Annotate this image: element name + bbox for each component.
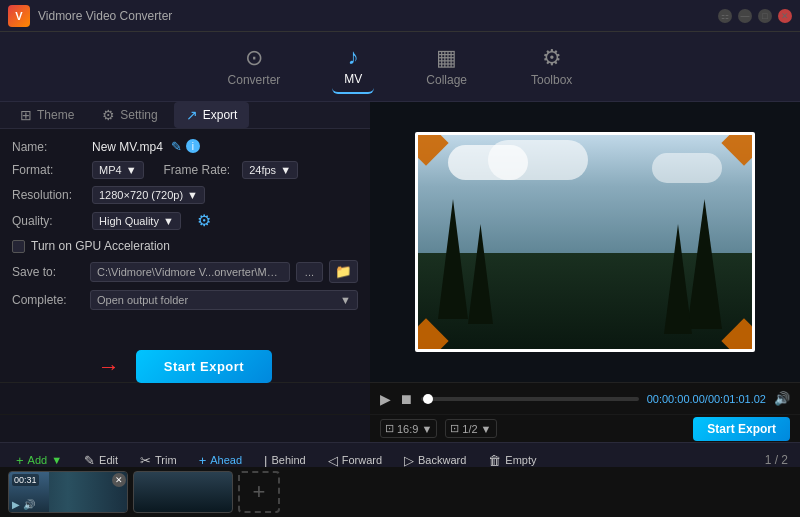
quality-row: Quality: High Quality ▼ ⚙ xyxy=(12,211,358,230)
aspect-select[interactable]: ⊡ 16:9 ▼ xyxy=(380,419,437,438)
progress-handle[interactable] xyxy=(423,394,433,404)
format-row: Format: MP4 ▼ Frame Rate: 24fps ▼ xyxy=(12,161,358,179)
quality-chevron: ▼ xyxy=(163,215,174,227)
nav-converter[interactable]: ⊙ Converter xyxy=(216,41,293,93)
mv-icon: ♪ xyxy=(348,46,359,68)
nav-collage-label: Collage xyxy=(426,73,467,87)
add-clip-button[interactable]: + xyxy=(238,471,280,513)
info-icon[interactable]: i xyxy=(186,139,200,153)
right-panel xyxy=(370,102,800,382)
framerate-value: 24fps xyxy=(249,164,276,176)
timeline-clip-2[interactable] xyxy=(133,471,233,513)
clip-play-icon: ▶ xyxy=(12,499,20,510)
export-icon: ↗ xyxy=(186,107,198,123)
saveto-label: Save to: xyxy=(12,265,84,279)
gpu-label: Turn on GPU Acceleration xyxy=(31,239,170,253)
timeline-clip-1[interactable]: ✕ 00:31 ▶ 🔊 xyxy=(8,471,128,513)
converter-icon: ⊙ xyxy=(245,47,263,69)
nav-mv[interactable]: ♪ MV xyxy=(332,40,374,94)
toolbox-icon: ⚙ xyxy=(542,47,562,69)
empty-icon: 🗑 xyxy=(488,453,501,468)
nav-collage[interactable]: ▦ Collage xyxy=(414,41,479,93)
quality-label: Quality: xyxy=(12,214,84,228)
video-controls-bar: ▶ ⏹ 00:00:00.00/00:01:01.02 🔊 xyxy=(0,382,800,414)
setting-icon: ⚙ xyxy=(102,107,115,123)
framerate-select[interactable]: 24fps ▼ xyxy=(242,161,298,179)
empty-label: Empty xyxy=(505,454,536,466)
collage-icon: ▦ xyxy=(436,47,457,69)
resolution-select[interactable]: 1280×720 (720p) ▼ xyxy=(92,186,205,204)
view-icon: ⊡ xyxy=(450,422,459,435)
left-panel: ⊞ Theme ⚙ Setting ↗ Export Name: New MV.… xyxy=(0,102,370,382)
nav-toolbox[interactable]: ⚙ Toolbox xyxy=(519,41,584,93)
start-export-left-button[interactable]: Start Export xyxy=(136,350,272,383)
trim-icon: ✂ xyxy=(140,453,151,468)
framerate-chevron: ▼ xyxy=(280,164,291,176)
format-chevron: ▼ xyxy=(126,164,137,176)
play-button[interactable]: ▶ xyxy=(380,391,391,407)
current-time: 00:00:00.00 xyxy=(647,393,705,405)
navbar: ⊙ Converter ♪ MV ▦ Collage ⚙ Toolbox xyxy=(0,32,800,102)
forward-icon: ◁ xyxy=(328,453,338,468)
aspect-chevron: ▼ xyxy=(421,423,432,435)
resolution-label: Resolution: xyxy=(12,188,84,202)
gpu-checkbox[interactable] xyxy=(12,240,25,253)
complete-select[interactable]: Open output folder ▼ xyxy=(90,290,358,310)
format-label: Format: xyxy=(12,163,84,177)
controls-left-spacer xyxy=(0,383,370,414)
window-controls[interactable]: ⚏ — □ ✕ xyxy=(718,9,792,23)
clip-1-time: 00:31 xyxy=(12,474,39,486)
progress-bar[interactable] xyxy=(421,397,639,401)
resolution-row: Resolution: 1280×720 (720p) ▼ xyxy=(12,186,358,204)
saveto-dots-btn[interactable]: ... xyxy=(296,262,323,282)
tab-setting[interactable]: ⚙ Setting xyxy=(90,102,169,128)
tab-theme[interactable]: ⊞ Theme xyxy=(8,102,86,128)
name-icons: ✎ i xyxy=(171,139,200,154)
start-export-right-button[interactable]: Start Export xyxy=(693,417,790,441)
tab-bar: ⊞ Theme ⚙ Setting ↗ Export xyxy=(0,102,370,129)
stop-button[interactable]: ⏹ xyxy=(399,391,413,407)
tab-export-label: Export xyxy=(203,108,238,122)
forward-label: Forward xyxy=(342,454,382,466)
view-select[interactable]: ⊡ 1/2 ▼ xyxy=(445,419,496,438)
clip-volume-icon: 🔊 xyxy=(23,499,35,510)
complete-value: Open output folder xyxy=(97,294,188,306)
ahead-label: Ahead xyxy=(210,454,242,466)
add-icon: + xyxy=(16,453,24,468)
view-value: 1/2 xyxy=(462,423,477,435)
complete-row: Complete: Open output folder ▼ xyxy=(12,290,358,310)
trim-label: Trim xyxy=(155,454,177,466)
bottom-right-controls: ⊡ 16:9 ▼ ⊡ 1/2 ▼ Start Export xyxy=(370,415,800,442)
edit-name-icon[interactable]: ✎ xyxy=(171,139,182,154)
tab-theme-label: Theme xyxy=(37,108,74,122)
quality-settings-icon[interactable]: ⚙ xyxy=(197,211,211,230)
window-menu-btn[interactable]: ⚏ xyxy=(718,9,732,23)
name-row: Name: New MV.mp4 ✎ i xyxy=(12,139,358,154)
name-label: Name: xyxy=(12,140,84,154)
resolution-value: 1280×720 (720p) xyxy=(99,189,183,201)
page-number: 1 / 2 xyxy=(765,453,788,467)
saveto-path: C:\Vidmore\Vidmore V...onverter\MV Expor… xyxy=(90,262,290,282)
saveto-row: Save to: C:\Vidmore\Vidmore V...onverter… xyxy=(12,260,358,283)
window-minimize-btn[interactable]: — xyxy=(738,9,752,23)
volume-icon[interactable]: 🔊 xyxy=(774,391,790,406)
tab-export[interactable]: ↗ Export xyxy=(174,102,250,128)
aspect-value: 16:9 xyxy=(397,423,418,435)
quality-select[interactable]: High Quality ▼ xyxy=(92,212,181,230)
clip-1-close-button[interactable]: ✕ xyxy=(112,473,126,487)
time-display: 00:00:00.00/00:01:01.02 xyxy=(647,393,766,405)
edit-label: Edit xyxy=(99,454,118,466)
titlebar: V Vidmore Video Converter ⚏ — □ ✕ xyxy=(0,0,800,32)
gpu-row: Turn on GPU Acceleration xyxy=(12,239,358,253)
video-playback-controls: ▶ ⏹ 00:00:00.00/00:01:01.02 🔊 xyxy=(370,383,800,414)
saveto-folder-btn[interactable]: 📁 xyxy=(329,260,358,283)
nav-toolbox-label: Toolbox xyxy=(531,73,572,87)
format-select[interactable]: MP4 ▼ xyxy=(92,161,144,179)
resolution-chevron: ▼ xyxy=(187,189,198,201)
format-value: MP4 xyxy=(99,164,122,176)
nav-mv-label: MV xyxy=(344,72,362,86)
export-form: Name: New MV.mp4 ✎ i Format: MP4 ▼ Frame… xyxy=(0,129,370,320)
window-maximize-btn[interactable]: □ xyxy=(758,9,772,23)
edit-icon: ✎ xyxy=(84,453,95,468)
window-close-btn[interactable]: ✕ xyxy=(778,9,792,23)
